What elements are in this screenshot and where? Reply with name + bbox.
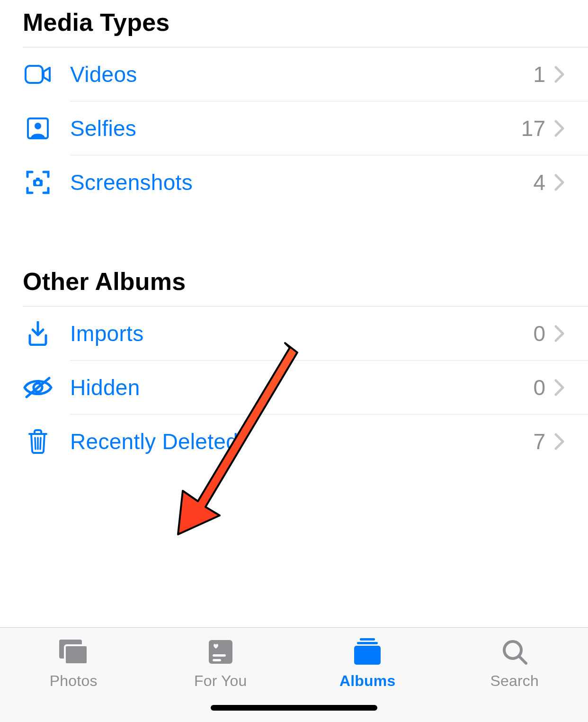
svg-rect-17 [357, 642, 378, 644]
tab-label: Search [490, 672, 539, 690]
row-label: Screenshots [70, 170, 533, 195]
svg-rect-4 [36, 178, 40, 180]
row-hidden[interactable]: Hidden 0 [0, 361, 588, 415]
row-count: 7 [533, 429, 545, 454]
row-label: Imports [70, 321, 533, 346]
import-icon [23, 318, 53, 349]
selfie-icon [23, 113, 53, 144]
svg-rect-16 [360, 638, 375, 641]
tab-label: Albums [339, 672, 396, 690]
row-label: Recently Deleted [70, 429, 533, 454]
section-title-other-albums: Other Albums [0, 262, 588, 306]
svg-line-10 [40, 438, 41, 449]
tab-photos[interactable]: Photos [0, 636, 147, 690]
tab-label: Photos [50, 672, 98, 690]
chevron-right-icon [550, 432, 569, 451]
tab-albums[interactable]: Albums [294, 636, 441, 690]
svg-point-5 [36, 181, 40, 185]
trash-icon [23, 426, 53, 457]
svg-rect-0 [26, 66, 43, 83]
tab-label: For You [194, 672, 247, 690]
row-videos[interactable]: Videos 1 [0, 47, 588, 101]
video-icon [23, 59, 53, 90]
row-count: 0 [533, 375, 545, 400]
row-selfies[interactable]: Selfies 17 [0, 101, 588, 155]
row-label: Hidden [70, 375, 533, 400]
row-recently-deleted[interactable]: Recently Deleted 7 [0, 415, 588, 469]
chevron-right-icon [550, 173, 569, 192]
row-count: 4 [533, 170, 545, 195]
screenshot-icon [23, 167, 53, 198]
chevron-right-icon [550, 378, 569, 397]
search-icon [498, 636, 532, 668]
svg-point-2 [35, 123, 41, 129]
row-screenshots[interactable]: Screenshots 4 [0, 155, 588, 209]
row-imports[interactable]: Imports 0 [0, 307, 588, 361]
albums-icon [350, 636, 384, 668]
home-indicator[interactable] [211, 705, 377, 711]
for-you-icon [204, 636, 238, 668]
svg-line-20 [519, 657, 526, 663]
chevron-right-icon [550, 65, 569, 84]
svg-line-8 [35, 438, 36, 449]
row-count: 17 [521, 116, 545, 141]
hidden-icon [23, 372, 53, 403]
chevron-right-icon [550, 119, 569, 138]
photos-icon [56, 636, 90, 668]
chevron-right-icon [550, 324, 569, 343]
row-label: Videos [70, 62, 533, 87]
section-title-media-types: Media Types [0, 2, 588, 47]
tab-for-you[interactable]: For You [147, 636, 294, 690]
svg-rect-18 [354, 646, 381, 665]
row-label: Selfies [70, 116, 521, 141]
row-count: 1 [533, 62, 545, 87]
tab-search[interactable]: Search [441, 636, 588, 690]
svg-rect-14 [213, 654, 226, 657]
row-count: 0 [533, 321, 545, 346]
svg-rect-12 [65, 645, 88, 664]
svg-rect-15 [213, 659, 221, 661]
